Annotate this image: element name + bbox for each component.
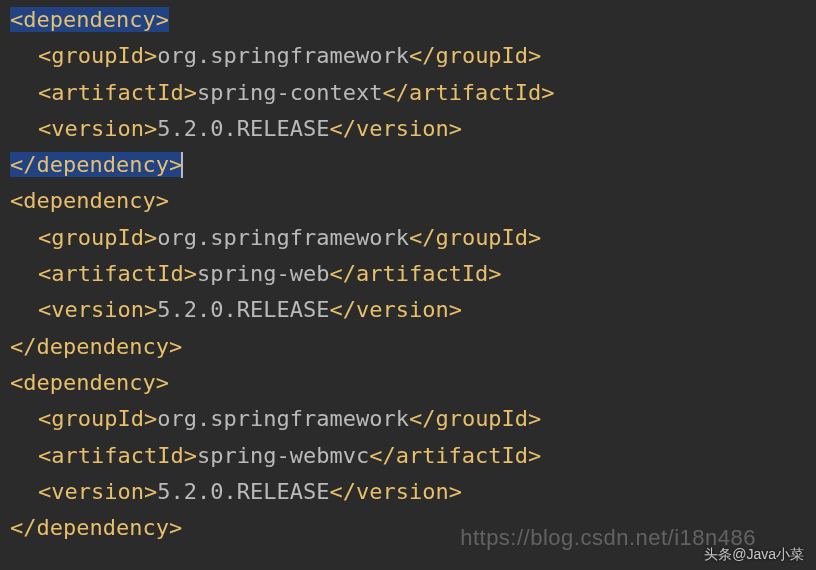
xml-close-tag: </artifactId> <box>369 443 541 468</box>
xml-close-tag: </dependency> <box>10 334 182 359</box>
xml-open-tag: <dependency> <box>10 370 169 395</box>
xml-open-tag: <dependency> <box>10 188 169 213</box>
xml-open-tag: <version> <box>38 116 157 141</box>
xml-close-tag: </version> <box>329 116 461 141</box>
artifact-id-text: spring-context <box>197 80 382 105</box>
xml-close-tag-highlighted: </dependency> <box>10 152 182 177</box>
code-editor[interactable]: <dependency><groupId>org.springframework… <box>10 2 806 546</box>
version-text: 5.2.0.RELEASE <box>157 297 329 322</box>
xml-open-tag: <artifactId> <box>38 443 197 468</box>
xml-open-tag: <groupId> <box>38 43 157 68</box>
xml-close-tag: </groupId> <box>409 406 541 431</box>
artifact-id-text: spring-webmvc <box>197 443 369 468</box>
xml-open-tag-highlighted: <dependency> <box>10 7 169 32</box>
xml-close-tag: </groupId> <box>409 43 541 68</box>
group-id-text: org.springframework <box>157 406 409 431</box>
xml-close-tag: </groupId> <box>409 225 541 250</box>
xml-open-tag: <artifactId> <box>38 80 197 105</box>
version-text: 5.2.0.RELEASE <box>157 479 329 504</box>
xml-open-tag: <version> <box>38 479 157 504</box>
xml-open-tag: <groupId> <box>38 406 157 431</box>
group-id-text: org.springframework <box>157 225 409 250</box>
text-cursor <box>181 152 183 178</box>
xml-open-tag: <artifactId> <box>38 261 197 286</box>
version-text: 5.2.0.RELEASE <box>157 116 329 141</box>
xml-close-tag: </artifactId> <box>382 80 554 105</box>
group-id-text: org.springframework <box>157 43 409 68</box>
xml-open-tag: <groupId> <box>38 225 157 250</box>
xml-close-tag: </dependency> <box>10 515 182 540</box>
xml-close-tag: </artifactId> <box>329 261 501 286</box>
xml-close-tag: </version> <box>329 479 461 504</box>
artifact-id-text: spring-web <box>197 261 329 286</box>
xml-close-tag: </version> <box>329 297 461 322</box>
xml-open-tag: <version> <box>38 297 157 322</box>
